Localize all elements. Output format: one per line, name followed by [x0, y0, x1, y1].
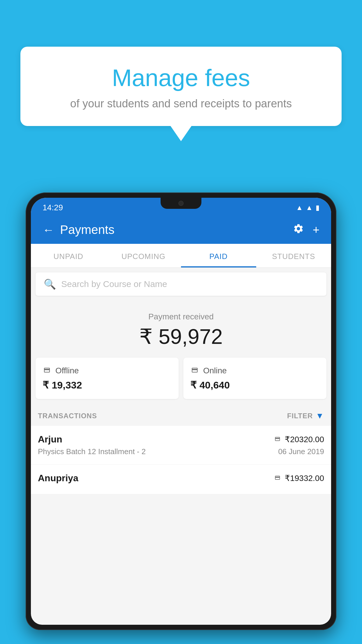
online-card-top: Online [190, 366, 319, 376]
speech-bubble-title: Manage fees [35, 64, 327, 92]
transaction-date: 06 June 2019 [278, 447, 324, 456]
transaction-row1: Anupriya ₹19332.00 [38, 473, 324, 484]
tab-upcoming[interactable]: UPCOMING [106, 244, 181, 267]
status-bar: 14:29 ▲ ▲ ▮ [31, 198, 331, 216]
status-time: 14:29 [43, 203, 63, 212]
header-left: ← Payments [43, 223, 115, 237]
payment-type-icon [274, 435, 281, 444]
tab-unpaid[interactable]: UNPAID [31, 244, 106, 267]
student-name: Anupriya [38, 473, 78, 484]
payment-type-icon [274, 474, 281, 483]
filter-button[interactable]: FILTER ▼ [287, 411, 324, 421]
transactions-label: TRANSACTIONS [38, 412, 97, 420]
payment-summary: Payment received ₹ 59,972 [31, 300, 331, 358]
payment-total-amount: ₹ 59,972 [37, 324, 325, 349]
app-header: ← Payments + [31, 216, 331, 244]
course-name: Physics Batch 12 Installment - 2 [38, 447, 146, 456]
student-name: Arjun [38, 434, 62, 445]
online-icon [190, 366, 199, 376]
status-icons: ▲ ▲ ▮ [296, 204, 319, 212]
speech-bubble-subtitle: of your students and send receipts to pa… [35, 97, 327, 110]
settings-icon[interactable] [293, 223, 304, 237]
search-icon: 🔍 [44, 278, 56, 290]
phone-device: 14:29 ▲ ▲ ▮ ← Payments [26, 192, 336, 630]
transaction-item[interactable]: Arjun ₹20320.00 Physics Batch 12 Install… [31, 426, 331, 465]
back-button[interactable]: ← [43, 223, 54, 237]
offline-card: Offline ₹ 19,332 [36, 358, 179, 399]
content-area: 🔍 Search by Course or Name Payment recei… [31, 268, 331, 494]
online-card: Online ₹ 40,640 [183, 358, 326, 399]
speech-bubble: Manage fees of your students and send re… [20, 47, 342, 126]
search-placeholder: Search by Course or Name [61, 279, 167, 289]
tab-students[interactable]: STUDENTS [256, 244, 331, 267]
payment-label: Payment received [37, 312, 325, 321]
search-bar[interactable]: 🔍 Search by Course or Name [36, 272, 326, 296]
transaction-row2: Physics Batch 12 Installment - 2 06 June… [38, 447, 324, 456]
online-label: Online [203, 366, 227, 375]
payment-cards: Offline ₹ 19,332 Online ₹ 40,640 [36, 358, 326, 399]
battery-icon: ▮ [316, 204, 319, 212]
page-title: Payments [60, 223, 115, 237]
camera-dot [178, 201, 184, 206]
online-amount: ₹ 40,640 [190, 379, 319, 391]
header-right: + [293, 223, 319, 237]
offline-label: Offline [55, 366, 79, 375]
tabs-bar: UNPAID UPCOMING PAID STUDENTS [31, 244, 331, 268]
filter-label: FILTER [287, 412, 313, 420]
offline-amount: ₹ 19,332 [43, 379, 172, 391]
phone-wrapper: 14:29 ▲ ▲ ▮ ← Payments [26, 192, 336, 644]
transactions-header: TRANSACTIONS FILTER ▼ [31, 406, 331, 426]
transaction-item[interactable]: Anupriya ₹19332.00 [31, 465, 331, 494]
offline-card-top: Offline [43, 366, 172, 376]
add-button[interactable]: + [313, 223, 319, 237]
transaction-amount: ₹20320.00 [274, 435, 324, 444]
transaction-amount: ₹19332.00 [274, 473, 324, 483]
filter-icon: ▼ [316, 411, 324, 421]
speech-bubble-container: Manage fees of your students and send re… [20, 47, 342, 126]
wifi-icon: ▲ [296, 204, 303, 212]
phone-screen: 14:29 ▲ ▲ ▮ ← Payments [31, 198, 331, 625]
phone-notch [161, 198, 201, 209]
signal-icon: ▲ [306, 204, 313, 212]
transaction-row1: Arjun ₹20320.00 [38, 434, 324, 445]
amount-value: ₹20320.00 [285, 435, 324, 444]
tab-paid[interactable]: PAID [181, 244, 256, 267]
amount-value: ₹19332.00 [285, 473, 324, 483]
offline-icon [43, 366, 51, 376]
